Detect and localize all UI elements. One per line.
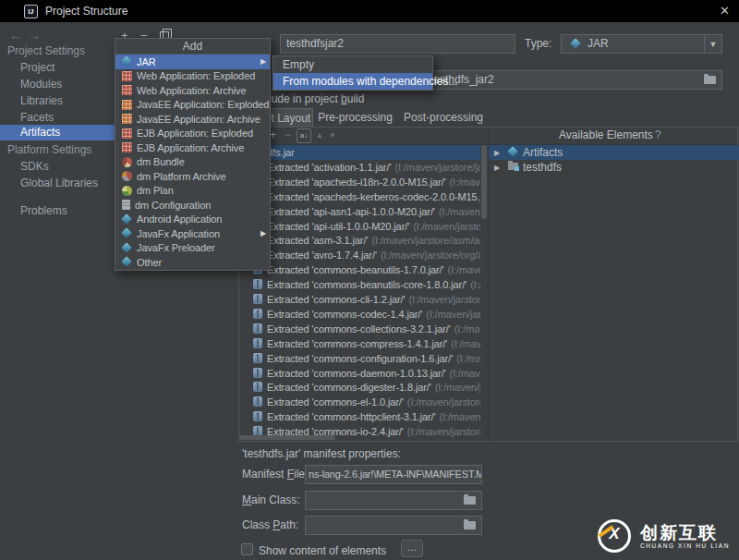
jar-entry-path: (I:/maven/ja: [449, 177, 480, 188]
back-arrow-icon[interactable]: ←: [9, 28, 22, 43]
menu-item-javaee-application-exploded[interactable]: JavaEE Application: Exploded: [115, 98, 270, 113]
menu-item-javafx-preloader[interactable]: JavaFx Preloader: [115, 241, 270, 256]
browse-folder-icon[interactable]: [464, 521, 476, 530]
tree-root-row[interactable]: testhdfs.jar: [239, 145, 480, 160]
browse-folder-icon[interactable]: [464, 496, 476, 505]
available-item-testhdfs[interactable]: ▶testhdfs: [489, 160, 739, 175]
menu-item-dm-configuration[interactable]: dm Configuration: [115, 198, 270, 213]
jar-entry-path: (I:/maven/ja: [450, 368, 480, 379]
menu-item-javafx-application[interactable]: JavaFx Application▶: [115, 226, 270, 241]
extracted-jar-icon: [253, 382, 262, 392]
tree-row[interactable]: Extracted 'commons-compress-1.4.1.jar/'(…: [239, 336, 480, 351]
settings-sidebar: ← → Project SettingsProjectModulesLibrar…: [0, 22, 114, 560]
menu-item-web-application-archive[interactable]: Web Application: Archive: [115, 83, 270, 98]
show-content-label: Show content of elements: [259, 544, 386, 557]
watermark-cn-text: 创新互联: [640, 523, 730, 542]
menu-item-javaee-application-archive[interactable]: JavaEE Application: Archive: [115, 112, 270, 127]
ejb-archive-icon: [122, 142, 132, 152]
tree-row[interactable]: Extracted 'commons-codec-1.4.jar/'(I:/ma…: [239, 307, 480, 322]
jar-entry-name: Extracted 'commons-daemon-1.0.13.jar/': [267, 368, 446, 379]
menu-item-dm-plan[interactable]: dm Plan: [115, 184, 270, 199]
manifest-file-label: Manifest File:: [242, 468, 308, 481]
menu-item-label: EJB Application: Archive: [137, 142, 244, 153]
submenu-item-empty[interactable]: Empty: [273, 56, 432, 73]
menu-item-android-application[interactable]: Android Application: [115, 213, 270, 227]
artifact-type-select[interactable]: JAR ▼: [561, 34, 722, 54]
menu-item-jar[interactable]: JAR▶: [115, 55, 270, 69]
menu-item-dm-bundle[interactable]: dm Bundle: [115, 155, 270, 170]
jar-entry-path: (I:/maven/jarstore/javax: [394, 162, 480, 173]
tree-row[interactable]: Extracted 'commons-digester-1.8.jar/'(I:…: [239, 380, 480, 395]
context-menu-title: Add: [115, 39, 270, 55]
jar-entry-path: (I:/maven/j: [454, 323, 480, 335]
jar-entry-name: Extracted 'api-asn1-api-1.0.0-M20.jar/': [267, 206, 435, 217]
tree-row[interactable]: Extracted 'asm-3.1.jar/'(I:/maven/jarsto…: [239, 233, 480, 248]
tree-row[interactable]: Extracted 'activation-1.1.jar/'(I:/maven…: [239, 160, 480, 175]
artifact-name-input[interactable]: testhdfsjar2: [280, 34, 515, 54]
class-path-input[interactable]: [305, 516, 482, 535]
tree-row[interactable]: Extracted 'commons-beanutils-1.7.0.jar/'…: [239, 262, 480, 277]
available-item-artifacts[interactable]: ▶Artifacts: [489, 145, 739, 160]
extracted-jar-icon: [253, 411, 262, 421]
tree-row[interactable]: Extracted 'commons-httpclient-3.1.jar/'(…: [239, 409, 480, 424]
tree-row[interactable]: Extracted 'commons-daemon-1.0.13.jar/'(I…: [239, 366, 480, 381]
tree-row[interactable]: Extracted 'api-util-1.0.0-M20.jar/'(I:/m…: [239, 219, 480, 234]
more-options-button[interactable]: …: [401, 540, 423, 557]
menu-item-web-application-exploded[interactable]: Web Application: Exploded: [115, 69, 270, 84]
tree-row[interactable]: Extracted 'commons-collections-3.2.1.jar…: [239, 322, 480, 336]
jar-entry-name: Extracted 'commons-httpclient-3.1.jar/': [267, 411, 435, 422]
menu-item-label: dm Configuration: [135, 200, 211, 211]
tree-row[interactable]: Extracted 'commons-cli-1.2.jar/'(I:/mave…: [239, 292, 480, 307]
tab-pre-processing[interactable]: Pre-processing: [311, 108, 399, 127]
other-artifact-icon: [122, 257, 132, 267]
menu-item-label: Web Application: Exploded: [137, 70, 255, 81]
submenu-item-from-modules-with-dependencies[interactable]: From modules with dependencies...: [273, 73, 432, 90]
main-class-label: Main Class:: [242, 493, 300, 506]
jar-entry-name: Extracted 'apacheds-i18n-2.0.0-M15.jar/': [267, 177, 445, 188]
jar-entry-path: (I:/maven/jarstore/asm/asm/3: [371, 235, 480, 246]
sidebar-section-platform-settings: Platform Settings: [0, 142, 121, 158]
menu-item-label: dm Platform Archive: [137, 171, 226, 182]
menu-item-label: Web Application: Archive: [137, 85, 246, 96]
forward-arrow-icon[interactable]: →: [28, 28, 41, 43]
tab-post-processing[interactable]: Post-processing: [399, 108, 488, 127]
main-class-input[interactable]: [305, 491, 482, 510]
menu-item-ejb-application-exploded[interactable]: EJB Application: Exploded: [115, 127, 270, 141]
extracted-jar-icon: [253, 396, 262, 407]
vertical-scrollbar[interactable]: [480, 145, 488, 435]
web-exploded-icon: [122, 71, 132, 81]
menu-item-ejb-application-archive[interactable]: EJB Application: Archive: [115, 140, 270, 155]
help-icon[interactable]: ?: [655, 128, 661, 141]
menu-item-dm-platform-archive[interactable]: dm Platform Archive: [115, 169, 270, 184]
menu-item-label: dm Bundle: [137, 156, 185, 167]
jar-entry-name: Extracted 'commons-beanutils-core-1.8.0.…: [267, 279, 466, 290]
expand-arrow-icon[interactable]: ▶: [494, 146, 500, 161]
expand-arrow-icon[interactable]: ▶: [494, 161, 500, 176]
jar-contents-tree: testhdfs.jarExtracted 'activation-1.1.ja…: [239, 128, 480, 441]
browse-folder-icon[interactable]: [704, 76, 716, 84]
jar-submenu: EmptyFrom modules with dependencies...: [273, 55, 433, 91]
tree-row[interactable]: Extracted 'api-asn1-api-1.0.0-M20.jar/'(…: [239, 204, 480, 219]
show-content-checkbox[interactable]: [241, 543, 253, 555]
tree-row[interactable]: Extracted 'commons-configuration-1.6.jar…: [239, 351, 480, 366]
menu-item-other[interactable]: Other: [115, 255, 270, 270]
tree-row[interactable]: Extracted 'apacheds-i18n-2.0.0-M15.jar/'…: [239, 175, 480, 189]
tree-row[interactable]: Extracted 'apacheds-kerberos-codec-2.0.0…: [239, 189, 480, 204]
jar-entry-path: (I:/maven/ja: [448, 264, 480, 275]
horizontal-scrollbar[interactable]: [239, 434, 480, 441]
jar-entry-name: Extracted 'commons-codec-1.4.jar/': [267, 309, 422, 320]
manifest-file-input[interactable]: ns-lang-2.6.jar!\META-INF\MANIFEST.MF: [305, 465, 482, 484]
window-title: Project Structure: [45, 5, 127, 18]
tree-row[interactable]: Extracted 'avro-1.7.4.jar/'(I:/maven/jar…: [239, 248, 480, 262]
manifest-properties-title: 'testhdfs.jar' manifest properties:: [242, 447, 401, 460]
chevron-down-icon[interactable]: ▼: [704, 35, 721, 53]
menu-item-label: JavaFx Application: [137, 228, 220, 239]
output-layout-panel: + − a↓ ▲ ▼ Available Elements ? testhdfs…: [238, 127, 738, 442]
submenu-arrow-icon: ▶: [260, 229, 266, 237]
jar-entry-name: Extracted 'commons-compress-1.4.1.jar/': [267, 338, 447, 349]
android-application-icon: [122, 214, 132, 225]
jar-entry-name: Extracted 'activation-1.1.jar/': [267, 162, 391, 173]
tree-row[interactable]: Extracted 'commons-el-1.0.jar/'(I:/maven…: [239, 395, 480, 409]
close-icon[interactable]: ✕: [720, 4, 730, 18]
tree-row[interactable]: Extracted 'commons-beanutils-core-1.8.0.…: [239, 277, 480, 292]
